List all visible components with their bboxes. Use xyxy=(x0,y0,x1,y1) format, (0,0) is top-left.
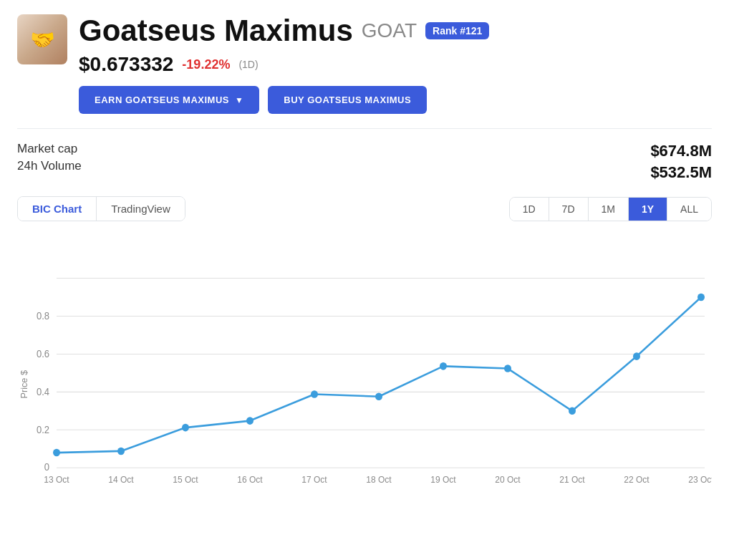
svg-text:0.6: 0.6 xyxy=(37,348,49,359)
data-point-17oct xyxy=(311,390,318,398)
svg-text:13 Oct: 13 Oct xyxy=(44,475,69,485)
data-point-20oct xyxy=(504,365,511,372)
rank-badge: Rank #121 xyxy=(425,22,489,39)
tab-1d[interactable]: 1D xyxy=(510,198,549,221)
coin-symbol: GOAT xyxy=(362,19,417,42)
svg-text:20 Oct: 20 Oct xyxy=(495,475,521,485)
data-point-16oct xyxy=(246,417,254,425)
svg-text:18 Oct: 18 Oct xyxy=(366,475,392,485)
earn-button-label: EARN GOATSEUS MAXIMUS xyxy=(95,95,229,105)
market-cap-value: $674.8M xyxy=(650,142,712,160)
tab-7d[interactable]: 7D xyxy=(549,198,589,221)
data-point-23oct xyxy=(697,294,705,301)
coin-logo-image: 🤝 xyxy=(17,14,67,64)
tab-1m[interactable]: 1M xyxy=(589,198,629,221)
buy-button[interactable]: BUY GOATSEUS MAXIMUS xyxy=(268,86,427,114)
svg-text:17 Oct: 17 Oct xyxy=(301,475,327,485)
stats-right: $674.8M $532.5M xyxy=(650,142,712,182)
coin-logo: 🤝 xyxy=(17,14,67,64)
data-point-22oct xyxy=(633,352,640,360)
svg-text:23 Oct: 23 Oct xyxy=(688,475,712,485)
svg-text:14 Oct: 14 Oct xyxy=(108,475,134,485)
data-point-15oct xyxy=(182,424,189,432)
action-buttons: EARN GOATSEUS MAXIMUS ▼ BUY GOATSEUS MAX… xyxy=(79,86,489,114)
data-point-18oct xyxy=(375,393,382,401)
svg-text:0.2: 0.2 xyxy=(37,424,49,435)
market-cap-label: Market cap xyxy=(17,142,82,156)
time-range-tabs: 1D 7D 1M 1Y ALL xyxy=(509,197,712,221)
chart-line xyxy=(57,297,701,453)
coin-header: 🤝 Goatseus Maximus GOAT Rank #121 $0.673… xyxy=(17,14,712,114)
svg-text:0: 0 xyxy=(44,462,49,473)
earn-button[interactable]: EARN GOATSEUS MAXIMUS ▼ xyxy=(79,86,259,114)
data-point-14oct xyxy=(117,448,125,455)
tab-tradingview[interactable]: TradingView xyxy=(97,197,185,221)
stats-row: Market cap 24h Volume $674.8M $532.5M xyxy=(17,142,712,182)
stats-left: Market cap 24h Volume xyxy=(17,142,82,173)
svg-text:15 Oct: 15 Oct xyxy=(173,475,198,485)
price-period: (1D) xyxy=(238,59,258,70)
svg-text:16 Oct: 16 Oct xyxy=(237,475,263,485)
svg-text:0.4: 0.4 xyxy=(37,386,50,397)
tab-all[interactable]: ALL xyxy=(667,198,711,221)
coin-price: $0.673332 xyxy=(79,53,173,76)
chart-type-tabs: BIC Chart TradingView xyxy=(17,196,185,221)
coin-name: Goatseus Maximus xyxy=(79,14,353,47)
volume-value: $532.5M xyxy=(650,163,712,182)
svg-text:0.8: 0.8 xyxy=(37,311,49,322)
price-change: -19.22% xyxy=(182,57,230,72)
svg-text:22 Oct: 22 Oct xyxy=(624,475,650,485)
data-point-21oct xyxy=(569,407,576,415)
data-point-19oct xyxy=(440,362,447,370)
chart-controls: BIC Chart TradingView 1D 7D 1M 1Y ALL xyxy=(17,196,712,221)
price-row: $0.673332 -19.22% (1D) xyxy=(79,53,489,76)
coin-info: Goatseus Maximus GOAT Rank #121 $0.67333… xyxy=(79,14,489,114)
header-divider xyxy=(17,128,712,129)
svg-text:19 Oct: 19 Oct xyxy=(430,475,456,485)
tab-1y[interactable]: 1Y xyxy=(629,198,667,221)
coin-title-row: Goatseus Maximus GOAT Rank #121 xyxy=(79,14,489,47)
chevron-down-icon: ▼ xyxy=(235,95,243,105)
volume-label: 24h Volume xyxy=(17,159,82,173)
svg-text:Price $: Price $ xyxy=(19,370,29,399)
svg-text:21 Oct: 21 Oct xyxy=(559,475,585,485)
buy-button-label: BUY GOATSEUS MAXIMUS xyxy=(284,95,411,105)
chart-svg: 0 0.2 0.4 0.6 0.8 Price $ 13 Oct 14 Oct … xyxy=(17,233,712,491)
data-point-13oct xyxy=(53,449,60,457)
tab-bic-chart[interactable]: BIC Chart xyxy=(18,197,97,221)
price-chart: 0 0.2 0.4 0.6 0.8 Price $ 13 Oct 14 Oct … xyxy=(17,233,712,491)
